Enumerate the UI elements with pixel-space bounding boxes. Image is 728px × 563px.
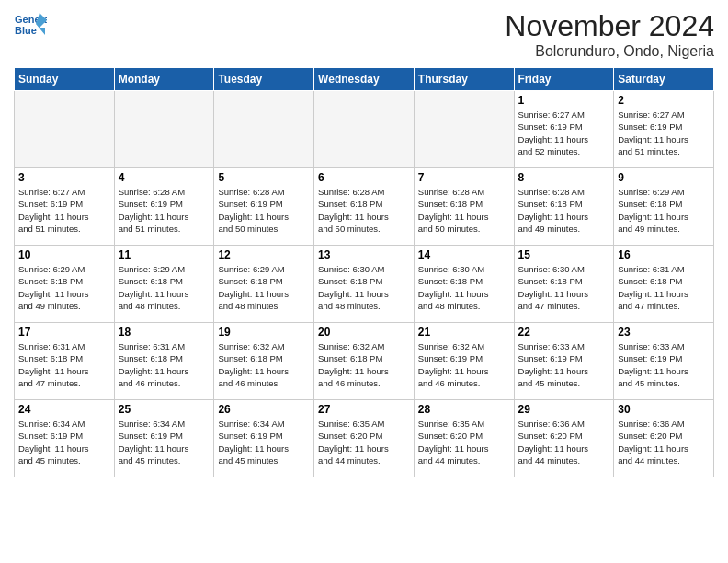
calendar-day-cell: 26Sunrise: 6:34 AMSunset: 6:19 PMDayligh… <box>214 400 314 477</box>
calendar-day-cell: 7Sunrise: 6:28 AMSunset: 6:18 PMDaylight… <box>414 168 514 246</box>
day-number: 22 <box>518 326 610 339</box>
weekday-header: Saturday <box>614 68 714 91</box>
day-info: Sunrise: 6:32 AMSunset: 6:19 PMDaylight:… <box>418 340 510 389</box>
day-number: 14 <box>418 248 510 261</box>
day-info: Sunrise: 6:31 AMSunset: 6:18 PMDaylight:… <box>618 263 710 312</box>
day-info: Sunrise: 6:33 AMSunset: 6:19 PMDaylight:… <box>618 340 710 389</box>
calendar-day-cell: 13Sunrise: 6:30 AMSunset: 6:18 PMDayligh… <box>314 246 415 323</box>
day-number: 28 <box>418 403 510 416</box>
calendar-day-cell: 18Sunrise: 6:31 AMSunset: 6:18 PMDayligh… <box>114 323 214 400</box>
day-number: 9 <box>618 171 710 184</box>
weekday-header: Thursday <box>414 68 514 91</box>
day-info: Sunrise: 6:30 AMSunset: 6:18 PMDaylight:… <box>418 263 510 312</box>
weekday-header: Sunday <box>15 68 115 91</box>
day-number: 4 <box>119 171 210 184</box>
day-number: 20 <box>318 326 410 339</box>
day-number: 15 <box>518 248 610 261</box>
weekday-header: Friday <box>514 68 614 91</box>
calendar-day-cell: 10Sunrise: 6:29 AMSunset: 6:18 PMDayligh… <box>15 246 115 323</box>
calendar-day-cell <box>15 91 115 168</box>
day-number: 29 <box>518 403 610 416</box>
day-info: Sunrise: 6:34 AMSunset: 6:19 PMDaylight:… <box>218 418 310 466</box>
calendar-day-cell: 17Sunrise: 6:31 AMSunset: 6:18 PMDayligh… <box>15 323 115 400</box>
day-info: Sunrise: 6:31 AMSunset: 6:18 PMDaylight:… <box>119 340 210 389</box>
weekday-header: Tuesday <box>214 68 314 91</box>
calendar-week-row: 3Sunrise: 6:27 AMSunset: 6:19 PMDaylight… <box>15 168 714 246</box>
day-number: 26 <box>218 403 310 416</box>
day-number: 6 <box>318 171 410 184</box>
header: General Blue November 2024 Bolorunduro, … <box>14 9 714 60</box>
calendar-day-cell <box>314 91 415 168</box>
calendar-day-cell: 14Sunrise: 6:30 AMSunset: 6:18 PMDayligh… <box>414 246 514 323</box>
calendar-day-cell: 20Sunrise: 6:32 AMSunset: 6:18 PMDayligh… <box>314 323 415 400</box>
calendar-day-cell: 3Sunrise: 6:27 AMSunset: 6:19 PMDaylight… <box>15 168 115 246</box>
day-info: Sunrise: 6:36 AMSunset: 6:20 PMDaylight:… <box>518 418 610 466</box>
day-info: Sunrise: 6:29 AMSunset: 6:18 PMDaylight:… <box>18 263 110 312</box>
weekday-header: Monday <box>114 68 214 91</box>
day-info: Sunrise: 6:32 AMSunset: 6:18 PMDaylight:… <box>218 340 310 389</box>
day-info: Sunrise: 6:32 AMSunset: 6:18 PMDaylight:… <box>318 340 410 389</box>
day-number: 25 <box>119 403 210 416</box>
calendar-day-cell: 12Sunrise: 6:29 AMSunset: 6:18 PMDayligh… <box>214 246 314 323</box>
day-number: 24 <box>18 403 110 416</box>
calendar-day-cell: 8Sunrise: 6:28 AMSunset: 6:18 PMDaylight… <box>514 168 614 246</box>
day-number: 13 <box>318 248 410 261</box>
day-info: Sunrise: 6:27 AMSunset: 6:19 PMDaylight:… <box>18 186 110 235</box>
day-number: 2 <box>618 94 710 107</box>
calendar-day-cell: 28Sunrise: 6:35 AMSunset: 6:20 PMDayligh… <box>414 400 514 477</box>
day-info: Sunrise: 6:31 AMSunset: 6:18 PMDaylight:… <box>18 340 110 389</box>
calendar-week-row: 17Sunrise: 6:31 AMSunset: 6:18 PMDayligh… <box>15 323 714 400</box>
logo-svg: General Blue <box>14 9 47 42</box>
calendar-day-cell: 22Sunrise: 6:33 AMSunset: 6:19 PMDayligh… <box>514 323 614 400</box>
day-info: Sunrise: 6:34 AMSunset: 6:19 PMDaylight:… <box>119 418 210 466</box>
day-info: Sunrise: 6:28 AMSunset: 6:19 PMDaylight:… <box>218 186 310 235</box>
day-number: 12 <box>218 248 310 261</box>
day-info: Sunrise: 6:28 AMSunset: 6:19 PMDaylight:… <box>119 186 210 235</box>
day-info: Sunrise: 6:30 AMSunset: 6:18 PMDaylight:… <box>318 263 410 312</box>
day-number: 23 <box>618 326 710 339</box>
day-number: 11 <box>119 248 210 261</box>
day-number: 7 <box>418 171 510 184</box>
day-number: 27 <box>318 403 410 416</box>
day-info: Sunrise: 6:28 AMSunset: 6:18 PMDaylight:… <box>318 186 410 235</box>
calendar-day-cell: 2Sunrise: 6:27 AMSunset: 6:19 PMDaylight… <box>614 91 714 168</box>
calendar-week-row: 24Sunrise: 6:34 AMSunset: 6:19 PMDayligh… <box>15 400 714 477</box>
calendar-week-row: 10Sunrise: 6:29 AMSunset: 6:18 PMDayligh… <box>15 246 714 323</box>
weekday-header: Wednesday <box>314 68 415 91</box>
calendar-day-cell <box>214 91 314 168</box>
calendar-day-cell: 25Sunrise: 6:34 AMSunset: 6:19 PMDayligh… <box>114 400 214 477</box>
calendar-header-row: SundayMondayTuesdayWednesdayThursdayFrid… <box>15 68 714 91</box>
calendar-week-row: 1Sunrise: 6:27 AMSunset: 6:19 PMDaylight… <box>15 91 714 168</box>
calendar-day-cell: 23Sunrise: 6:33 AMSunset: 6:19 PMDayligh… <box>614 323 714 400</box>
calendar-day-cell <box>414 91 514 168</box>
calendar-day-cell: 19Sunrise: 6:32 AMSunset: 6:18 PMDayligh… <box>214 323 314 400</box>
day-number: 17 <box>18 326 110 339</box>
day-number: 16 <box>618 248 710 261</box>
day-number: 5 <box>218 171 310 184</box>
day-number: 21 <box>418 326 510 339</box>
calendar-day-cell: 15Sunrise: 6:30 AMSunset: 6:18 PMDayligh… <box>514 246 614 323</box>
day-number: 10 <box>18 248 110 261</box>
calendar-day-cell: 6Sunrise: 6:28 AMSunset: 6:18 PMDaylight… <box>314 168 415 246</box>
logo: General Blue <box>14 9 47 42</box>
day-info: Sunrise: 6:29 AMSunset: 6:18 PMDaylight:… <box>119 263 210 312</box>
calendar-day-cell: 16Sunrise: 6:31 AMSunset: 6:18 PMDayligh… <box>614 246 714 323</box>
calendar-day-cell: 21Sunrise: 6:32 AMSunset: 6:19 PMDayligh… <box>414 323 514 400</box>
calendar-day-cell <box>114 91 214 168</box>
day-info: Sunrise: 6:35 AMSunset: 6:20 PMDaylight:… <box>418 418 510 466</box>
day-info: Sunrise: 6:29 AMSunset: 6:18 PMDaylight:… <box>618 186 710 235</box>
calendar-table: SundayMondayTuesdayWednesdayThursdayFrid… <box>14 67 714 477</box>
calendar-day-cell: 11Sunrise: 6:29 AMSunset: 6:18 PMDayligh… <box>114 246 214 323</box>
calendar-day-cell: 27Sunrise: 6:35 AMSunset: 6:20 PMDayligh… <box>314 400 415 477</box>
calendar-day-cell: 24Sunrise: 6:34 AMSunset: 6:19 PMDayligh… <box>15 400 115 477</box>
day-number: 3 <box>18 171 110 184</box>
title-area: November 2024 Bolorunduro, Ondo, Nigeria <box>505 9 714 60</box>
day-info: Sunrise: 6:30 AMSunset: 6:18 PMDaylight:… <box>518 263 610 312</box>
calendar-day-cell: 9Sunrise: 6:29 AMSunset: 6:18 PMDaylight… <box>614 168 714 246</box>
day-info: Sunrise: 6:28 AMSunset: 6:18 PMDaylight:… <box>518 186 610 235</box>
calendar-day-cell: 29Sunrise: 6:36 AMSunset: 6:20 PMDayligh… <box>514 400 614 477</box>
calendar-day-cell: 5Sunrise: 6:28 AMSunset: 6:19 PMDaylight… <box>214 168 314 246</box>
day-info: Sunrise: 6:27 AMSunset: 6:19 PMDaylight:… <box>618 109 710 157</box>
month-title: November 2024 <box>505 9 714 43</box>
day-number: 8 <box>518 171 610 184</box>
